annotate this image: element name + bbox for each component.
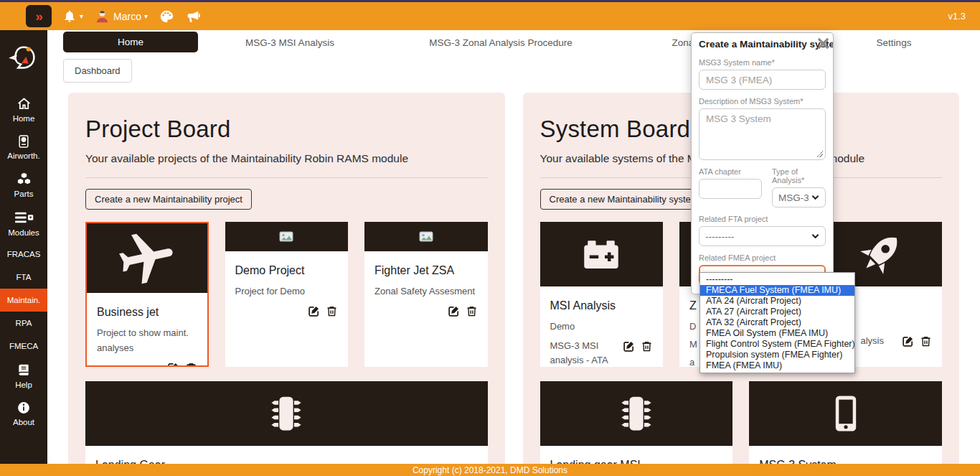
topbar: » ▾ Marco ▾ v1.3	[0, 2, 980, 30]
tablet-icon	[824, 391, 868, 436]
rocket-icon	[855, 229, 905, 279]
related-fta-label: Related FTA project	[699, 215, 826, 223]
card-description: Zonal Safety Assesment	[374, 284, 478, 299]
delete-icon[interactable]	[641, 340, 653, 353]
project-card-landing-gear[interactable]: Landing Gear Landing Gear project	[85, 381, 488, 464]
card-title: Landing gear MSI	[550, 459, 723, 464]
card-image	[225, 222, 349, 251]
sidebar-item-fmeca[interactable]: FMECA	[0, 335, 47, 358]
project-card-demo[interactable]: Demo Project Project for Demo	[225, 222, 349, 367]
top-nav: Home MSG-3 MSI Analysis MSG-3 Zonal Anal…	[47, 30, 980, 55]
info-icon	[17, 401, 31, 415]
dropdown-option-highlighted[interactable]: FMECA Fuel System (FMEA IMU)	[700, 285, 854, 296]
system-card-msg3-system[interactable]: MSG 3 System This is an MSG3 System	[749, 381, 942, 464]
sidebar-item-home[interactable]: Home	[0, 90, 47, 129]
sidebar-item-rpa[interactable]: RPA	[0, 312, 47, 335]
passport-icon	[17, 134, 31, 149]
palette-icon	[159, 9, 174, 24]
delete-icon[interactable]	[920, 335, 932, 347]
edit-icon[interactable]	[448, 305, 460, 317]
close-icon[interactable]	[816, 36, 831, 51]
delete-icon[interactable]	[466, 305, 478, 317]
dropdown-option[interactable]: FMEA Oil System (FMEA IMU)	[700, 328, 854, 339]
delete-icon[interactable]	[185, 362, 197, 367]
dropdown-option[interactable]: FMEA (FMEA IMU)	[700, 360, 854, 371]
system-card-landing-gear-msi[interactable]: Landing gear MSI MSI	[540, 381, 733, 464]
divider	[85, 177, 488, 178]
dropdown-option[interactable]: ATA 24 (Aircraft Project)	[700, 296, 854, 307]
card-description: Demo	[550, 319, 654, 335]
chevron-down-icon	[811, 195, 819, 200]
system-description-label: Description of MSG3 System*	[699, 97, 826, 106]
theme-button[interactable]	[159, 9, 174, 24]
chevron-down-icon: ▾	[80, 13, 83, 20]
modules-bars-icon	[13, 210, 34, 225]
plane-icon	[110, 227, 184, 290]
sidebar-item-airworthiness[interactable]: Airworth.	[0, 129, 47, 166]
dropdown-option[interactable]: Flight Control System (FMEA Fighter)	[700, 339, 854, 350]
user-menu[interactable]: Marco ▾	[94, 8, 148, 24]
edit-icon[interactable]	[902, 335, 914, 347]
system-name-input[interactable]	[699, 70, 826, 90]
card-image	[364, 222, 488, 251]
sidebar: Home Airworth. Parts Modules FRACAS FTA …	[0, 30, 47, 464]
create-system-dialog: Create a Maintainability system MSG3 Sys…	[691, 32, 834, 294]
card-title: Fighter Jet ZSA	[374, 264, 478, 277]
create-project-button[interactable]: Create a new Maintainability project	[85, 189, 252, 210]
sidebar-item-maintainability[interactable]: Maintain.	[0, 289, 47, 312]
copyright-text: Copyright (c) 2018-2021, DMD Solutions	[413, 465, 567, 475]
notifications-menu[interactable]: ▾	[62, 9, 83, 24]
project-card-fighter-jet-zsa[interactable]: Fighter Jet ZSA Zonal Safety Assesment	[364, 222, 488, 367]
card-title: Landing Gear	[95, 459, 478, 464]
delete-icon[interactable]	[326, 305, 338, 317]
analysis-type-select[interactable]: MSG-3 MS	[772, 187, 826, 207]
resize-handle-icon[interactable]	[816, 151, 823, 157]
avatar	[94, 8, 110, 24]
related-fta-select[interactable]: ---------	[699, 226, 826, 246]
dropdown-option[interactable]: Propulsion system (FMEA Fighter)	[700, 350, 854, 360]
sidebar-item-about[interactable]: About	[0, 395, 47, 432]
tab-home[interactable]: Home	[63, 32, 198, 52]
fmea-project-dropdown-list: --------- FMECA Fuel System (FMEA IMU) A…	[699, 272, 855, 373]
card-image	[540, 381, 733, 446]
bell-icon	[62, 9, 77, 24]
sidebar-item-fracas[interactable]: FRACAS	[0, 243, 47, 266]
system-card-msi-analysis[interactable]: MSI Analysis Demo MSG-3 MSI analysis - A…	[540, 222, 664, 367]
book-icon	[17, 363, 31, 378]
create-system-button[interactable]: Create a new Maintainability system	[540, 189, 708, 210]
card-title: Demo Project	[235, 264, 339, 277]
dropdown-option[interactable]: ATA 32 (Aircraft Project)	[700, 317, 854, 328]
card-description: Project for Demo	[235, 284, 339, 299]
edit-icon[interactable]	[623, 340, 635, 353]
system-description-textarea[interactable]	[699, 108, 826, 160]
tab-settings[interactable]: Settings	[877, 37, 912, 48]
dropdown-option[interactable]: ATA 27 (Aircraft Project)	[700, 307, 854, 317]
broken-image-icon	[279, 231, 293, 243]
sidebar-item-modules[interactable]: Modules	[0, 204, 47, 243]
card-text-fragment: alysis	[861, 335, 885, 346]
ata-chapter-input[interactable]	[699, 179, 762, 199]
user-name: Marco	[113, 11, 141, 22]
project-board-subtitle: Your available projects of the Maintaina…	[85, 152, 488, 165]
card-image	[85, 381, 488, 446]
card-image	[749, 381, 942, 446]
card-title: MSG 3 System	[759, 459, 932, 464]
tab-msg3-zonal-analysis-procedure[interactable]: MSG-3 Zonal Analysis Procedure	[429, 37, 573, 48]
card-analysis-label: MSG-3 MSI analysis - ATA 27	[550, 339, 619, 367]
sidebar-item-help[interactable]: Help	[0, 358, 47, 395]
microchip-icon	[263, 390, 310, 437]
broken-image-icon	[419, 231, 433, 243]
edit-icon[interactable]	[308, 305, 320, 317]
chevron-down-icon	[811, 233, 819, 239]
sidebar-item-parts[interactable]: Parts	[0, 166, 47, 204]
dropdown-option[interactable]: ---------	[700, 274, 854, 285]
tab-dashboard[interactable]: Dashboard	[63, 59, 132, 83]
sidebar-item-fta[interactable]: FTA	[0, 266, 47, 289]
project-cards-row: Business jet Project to show maint. anal…	[85, 222, 488, 367]
project-card-business-jet[interactable]: Business jet Project to show maint. anal…	[85, 222, 209, 367]
edit-icon[interactable]	[167, 362, 179, 367]
announcements-button[interactable]	[185, 9, 201, 24]
tab-msg3-msi-analysis[interactable]: MSG-3 MSI Analysis	[245, 37, 334, 48]
megaphone-icon	[185, 9, 201, 24]
sidebar-toggle-button[interactable]: »	[26, 5, 52, 27]
